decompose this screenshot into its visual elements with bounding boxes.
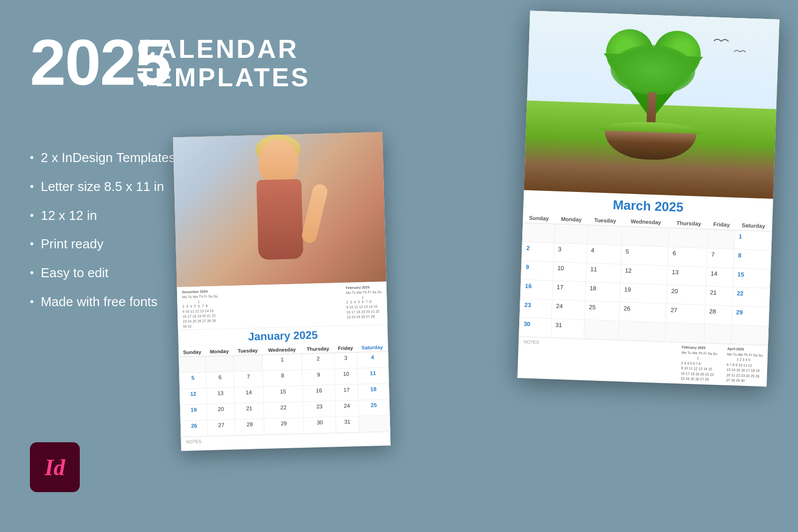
cal-cell: 26	[181, 420, 207, 437]
cal-cell: 25	[358, 399, 390, 416]
indesign-icon: Id	[30, 442, 80, 492]
feature-item-6: Made with free fonts	[30, 294, 190, 311]
cal-cell-r: 20	[667, 285, 706, 305]
col-thursday: Thursday	[302, 345, 335, 354]
cal-cell: 28	[235, 419, 264, 436]
cal-cell-r: 19	[619, 283, 667, 304]
bird-icon	[714, 37, 729, 47]
cal-cell: 17	[335, 384, 358, 401]
next-month-mini: February 2025 Mo Tu We Th Fr Sa Su 1 2 3…	[346, 285, 382, 325]
col-thursday-r: Thursday	[669, 218, 708, 229]
cal-cell-r: 11	[586, 263, 621, 283]
features-list: 2 x InDesign Templates Letter size 8.5 x…	[30, 150, 190, 311]
cal-cell: 6	[206, 371, 234, 388]
cal-cell-r: 6	[668, 247, 707, 267]
cal-cell-r	[554, 224, 588, 244]
feature-item-3: 12 x 12 in	[30, 207, 190, 224]
col-saturday: Saturday	[357, 343, 388, 353]
cal-cell: 19	[180, 404, 207, 421]
cal-cell: 16	[303, 385, 336, 402]
cal-cell-r: 16	[520, 280, 553, 300]
calendar-title-line2: TEMPLATES	[137, 63, 337, 92]
cal-cell-r: 15	[733, 268, 770, 289]
cal-cell-r: 7	[707, 248, 734, 268]
cal-cell-r: 23	[520, 299, 552, 319]
tree-scene	[595, 28, 709, 162]
cal-cell-r: 28	[705, 305, 732, 325]
cal-cell: 21	[234, 403, 264, 420]
cal-right-footer: NOTES February 2025 Mo Tu We Th Fr Sa Su…	[517, 337, 768, 386]
cal-left-grid: Sunday Monday Tuesday Wednesday Thursday…	[179, 343, 391, 437]
cal-cell: 11	[357, 367, 389, 384]
col-monday-r: Monday	[555, 213, 588, 225]
cal-cell: 3	[334, 353, 357, 369]
cal-cell: 18	[358, 383, 389, 400]
cal-left-photo	[173, 132, 387, 287]
cal-cell-r: 5	[621, 245, 669, 266]
calendar-title-line1: CALENDAR	[137, 35, 337, 63]
cal-cell-r: 8	[734, 249, 771, 270]
col-friday: Friday	[334, 344, 357, 353]
cal-cell: 14	[234, 387, 263, 404]
col-friday-r: Friday	[708, 219, 735, 230]
cal-cell-r: 26	[619, 302, 667, 323]
cal-cell-r: 2	[522, 242, 554, 262]
calendar-right: March 2025 Sunday Monday Tuesday Wednesd…	[517, 10, 779, 386]
cal-cell: 15	[263, 386, 303, 403]
cal-cell: 31	[336, 416, 359, 433]
cal-cell: 20	[207, 403, 235, 420]
col-tuesday: Tuesday	[233, 346, 262, 355]
cal-right-prev-mini: February 2025 Mo Tu We Th Fr Sa Su 1 2 3…	[681, 345, 718, 383]
col-sunday: Sunday	[179, 348, 205, 357]
cal-cell-r	[669, 228, 708, 248]
cal-cell-r: 10	[553, 262, 586, 282]
cal-cell: 10	[335, 368, 358, 385]
cal-cell-r	[707, 229, 735, 249]
cal-cell: 1	[262, 354, 302, 371]
cal-cell: 12	[180, 388, 207, 405]
cal-cell-r: 31	[551, 319, 584, 339]
cal-cell: 13	[206, 387, 234, 404]
feature-item-4: Print ready	[30, 236, 190, 253]
cal-right-next-mini: April 2025 Mo Tu We Th Fr Sa Su 1 2 3 4 …	[726, 347, 763, 384]
col-tuesday-r: Tuesday	[588, 215, 622, 226]
cal-cell-r: 13	[667, 266, 707, 286]
left-panel: 2025 CALENDAR TEMPLATES 2 x InDesign Tem…	[30, 30, 190, 323]
cal-cell: 7	[234, 371, 263, 388]
cal-cell-r: 4	[587, 244, 622, 264]
cal-cell-r: 30	[519, 318, 552, 338]
cal-cell-r	[731, 325, 768, 345]
cal-right-grid: Sunday Monday Tuesday Wednesday Thursday…	[519, 212, 772, 345]
cal-cell: 27	[207, 419, 235, 436]
cal-cell-r: 1	[734, 230, 772, 251]
cal-cell-r: 29	[732, 306, 769, 326]
cal-cell	[179, 356, 206, 373]
cal-cell-r: 24	[551, 300, 585, 320]
cal-right-photo	[524, 10, 779, 198]
cal-cell: 23	[303, 401, 336, 418]
bird-icon-2	[734, 48, 746, 57]
col-saturday-r: Saturday	[735, 220, 772, 231]
cal-cell	[359, 415, 390, 432]
calendar-left: December 2024 Mo Tu We Th Fr Sa Su 1 2 3…	[173, 132, 391, 451]
indesign-label: Id	[45, 454, 65, 481]
cal-cell-r: 3	[553, 243, 587, 263]
cal-cell: 22	[264, 402, 304, 419]
cal-cell-r: 22	[732, 287, 770, 308]
cal-cell	[233, 355, 263, 372]
cal-cell: 29	[264, 418, 304, 435]
cal-cell: 24	[336, 400, 359, 417]
cal-cell: 30	[303, 417, 336, 434]
col-wednesday: Wednesday	[262, 345, 302, 355]
col-sunday-r: Sunday	[523, 212, 555, 224]
floating-island	[598, 120, 703, 161]
prev-month-mini: December 2024 Mo Tu We Th Fr Sa Su 1 2 3…	[182, 289, 218, 329]
cal-cell-r: 18	[585, 282, 620, 302]
cal-cell-r	[621, 226, 669, 247]
cal-cell-r: 14	[706, 267, 734, 287]
col-monday: Monday	[205, 347, 233, 356]
cal-cell-r: 9	[521, 261, 554, 281]
cal-cell: 2	[302, 353, 335, 370]
cal-cell-r	[522, 223, 555, 243]
cal-header-strip: December 2024 Mo Tu We Th Fr Sa Su 1 2 3…	[177, 282, 388, 331]
